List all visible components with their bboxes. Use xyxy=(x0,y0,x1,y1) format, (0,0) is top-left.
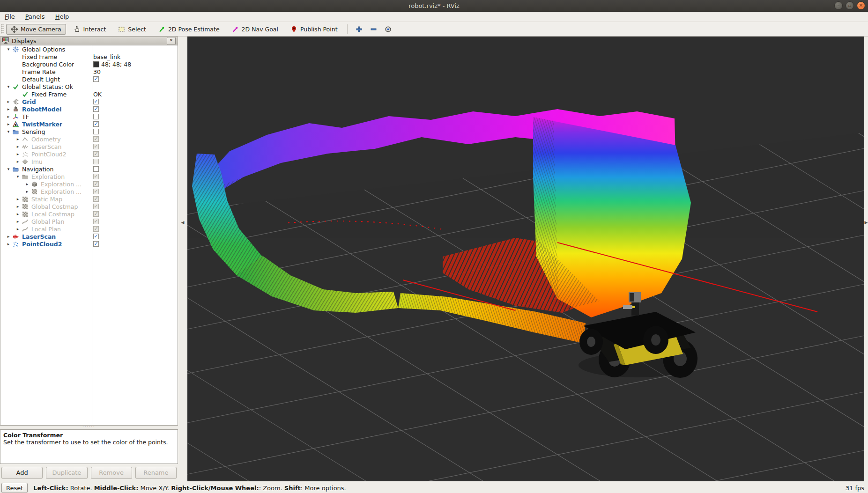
titlebar[interactable]: robot.rviz* - RViz – ▫ ✕ xyxy=(0,0,868,12)
expander-icon[interactable]: ▸ xyxy=(4,99,13,104)
expander-icon[interactable]: ▸ xyxy=(14,219,22,224)
property-value[interactable]: 30 xyxy=(93,68,101,75)
expander-icon[interactable]: ▸ xyxy=(14,204,22,209)
visibility-checkbox[interactable]: ✓ xyxy=(93,189,99,194)
visibility-checkbox[interactable]: ✓ xyxy=(93,204,99,209)
display-row-exploration[interactable]: ▾Exploration✓ xyxy=(0,173,178,180)
display-row-global-costmap[interactable]: ▸Global Costmap✓ xyxy=(0,203,178,210)
visibility-checkbox[interactable]: ✓ xyxy=(93,136,99,142)
visibility-checkbox[interactable] xyxy=(93,129,99,134)
display-row-exploration[interactable]: ▸Exploration ...✓ xyxy=(0,188,178,195)
visibility-checkbox[interactable]: ✓ xyxy=(93,219,99,224)
visibility-checkbox[interactable]: ✓ xyxy=(93,226,99,232)
tool-select[interactable]: Select xyxy=(113,24,151,35)
left-dock-splitter[interactable]: ◀ xyxy=(178,37,187,481)
expander-icon[interactable]: ▾ xyxy=(4,47,13,52)
visibility-checkbox[interactable] xyxy=(93,166,99,172)
display-row-default-light[interactable]: Default Light✓ xyxy=(0,75,178,83)
expander-icon[interactable]: ▾ xyxy=(4,84,13,89)
visibility-checkbox[interactable]: ✓ xyxy=(93,174,99,179)
remove-button[interactable]: Remove xyxy=(91,467,132,479)
collapse-right-arrow-icon[interactable]: ▶ xyxy=(865,220,868,225)
visibility-checkbox[interactable]: ✓ xyxy=(93,211,99,217)
expander-icon[interactable]: ▸ xyxy=(4,234,13,239)
display-row-fixed-frame[interactable]: Fixed FrameOK xyxy=(0,90,178,98)
expander-icon[interactable]: ▸ xyxy=(4,122,13,126)
close-button[interactable]: ✕ xyxy=(857,1,865,10)
visibility-checkbox[interactable]: ✓ xyxy=(93,196,99,202)
menu-item-panels[interactable]: Panels xyxy=(25,13,45,20)
display-row-odometry[interactable]: ▸Odometry✓ xyxy=(0,135,178,143)
menu-item-file[interactable]: File xyxy=(5,13,15,20)
display-row-fixed-frame[interactable]: Fixed Framebase_link xyxy=(0,53,178,60)
expander-icon[interactable]: ▸ xyxy=(23,182,31,186)
tool-focus-eye[interactable] xyxy=(381,24,395,35)
display-row-local-costmap[interactable]: ▸Local Costmap✓ xyxy=(0,210,178,218)
display-row-global-status-ok[interactable]: ▾Global Status: Ok xyxy=(0,83,178,90)
display-row-navigation[interactable]: ▾Navigation xyxy=(0,165,178,173)
maximize-button[interactable]: ▫ xyxy=(846,1,854,10)
add-button[interactable]: Add xyxy=(1,467,43,479)
duplicate-button[interactable]: Duplicate xyxy=(46,467,87,479)
visibility-checkbox[interactable]: ✓ xyxy=(93,181,99,187)
visibility-checkbox[interactable]: ✓ xyxy=(93,99,99,104)
display-row-laserscan[interactable]: ▸LaserScan✓ xyxy=(0,143,178,150)
visibility-checkbox[interactable]: ✓ xyxy=(93,121,99,127)
visibility-checkbox[interactable]: ✓ xyxy=(93,76,99,82)
tool-zoom-out-minus[interactable] xyxy=(367,24,380,35)
tool-2d-pose-estimate[interactable]: 2D Pose Estimate xyxy=(154,24,224,35)
expander-icon[interactable]: ▾ xyxy=(14,174,22,179)
display-row-local-plan[interactable]: ▸Local Plan✓ xyxy=(0,225,178,233)
tool-2d-nav-goal[interactable]: 2D Nav Goal xyxy=(227,24,283,35)
visibility-checkbox[interactable]: ✓ xyxy=(93,234,99,239)
expander-icon[interactable]: ▸ xyxy=(14,227,22,231)
expander-icon[interactable]: ▾ xyxy=(4,167,13,171)
toolbar-drag-handle[interactable] xyxy=(1,24,4,34)
reset-button[interactable]: Reset xyxy=(1,483,28,493)
visibility-checkbox[interactable]: ✓ xyxy=(93,151,99,157)
property-value[interactable]: OK xyxy=(93,91,102,98)
expander-icon[interactable]: ▾ xyxy=(4,129,13,134)
display-row-sensing[interactable]: ▾Sensing xyxy=(0,128,178,135)
minimize-button[interactable]: – xyxy=(834,1,843,10)
display-row-tf[interactable]: ▸TF xyxy=(0,113,178,120)
tree-column-divider[interactable] xyxy=(92,45,92,425)
display-row-pointcloud2[interactable]: ▸PointCloud2✓ xyxy=(0,240,178,248)
tool-zoom-in-plus[interactable] xyxy=(352,24,366,35)
display-row-global-options[interactable]: ▾Global Options xyxy=(0,45,178,53)
display-row-twistmarker[interactable]: ▸TwistMarker✓ xyxy=(0,120,178,128)
display-row-global-plan[interactable]: ▸Global Plan✓ xyxy=(0,218,178,225)
display-row-frame-rate[interactable]: Frame Rate30 xyxy=(0,68,178,75)
expander-icon[interactable]: ▸ xyxy=(4,114,13,119)
expander-icon[interactable]: ▸ xyxy=(14,152,22,156)
display-row-background-color[interactable]: Background Color48; 48; 48 xyxy=(0,60,178,68)
displays-panel-header[interactable]: Displays ✕ xyxy=(0,37,178,45)
visibility-checkbox[interactable] xyxy=(93,114,99,119)
display-row-grid[interactable]: ▸Grid✓ xyxy=(0,98,178,105)
rename-button[interactable]: Rename xyxy=(135,467,177,479)
expander-icon[interactable]: ▸ xyxy=(14,159,22,164)
display-row-imu[interactable]: ▸Imu xyxy=(0,158,178,165)
panel-splitter-handle[interactable]: ······ xyxy=(0,426,178,429)
property-value[interactable]: 48; 48; 48 xyxy=(101,61,131,68)
right-dock-splitter[interactable]: ▶ xyxy=(864,37,868,481)
display-row-exploration[interactable]: ▸Exploration ...✓ xyxy=(0,180,178,188)
tool-interact[interactable]: Interact xyxy=(69,24,111,35)
display-row-robotmodel[interactable]: ▸RobotModel✓ xyxy=(0,105,178,113)
3d-viewport[interactable] xyxy=(187,37,864,481)
tool-move-camera[interactable]: Move Camera xyxy=(6,24,66,35)
color-swatch[interactable] xyxy=(93,61,99,67)
expander-icon[interactable]: ▸ xyxy=(4,107,13,111)
visibility-checkbox[interactable] xyxy=(93,159,99,164)
expander-icon[interactable]: ▸ xyxy=(23,189,31,194)
display-row-laserscan[interactable]: ▸LaserScan✓ xyxy=(0,233,178,240)
display-row-static-map[interactable]: ▸Static Map✓ xyxy=(0,195,178,203)
visibility-checkbox[interactable]: ✓ xyxy=(93,241,99,247)
display-row-pointcloud2[interactable]: ▸PointCloud2✓ xyxy=(0,150,178,158)
visibility-checkbox[interactable]: ✓ xyxy=(93,144,99,149)
panel-close-button[interactable]: ✕ xyxy=(167,37,176,45)
menu-item-help[interactable]: Help xyxy=(55,13,69,20)
property-value[interactable]: base_link xyxy=(93,53,120,60)
collapse-left-arrow-icon[interactable]: ◀ xyxy=(181,220,185,225)
expander-icon[interactable]: ▸ xyxy=(14,212,22,216)
